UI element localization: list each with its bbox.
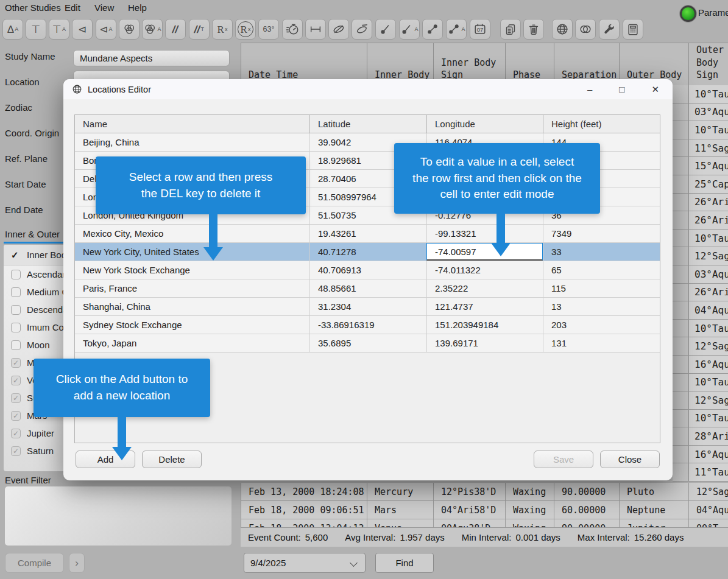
find-button[interactable]: Find xyxy=(375,553,434,573)
pointer-a-icon-button[interactable]: ⊲A xyxy=(96,19,116,40)
link-dots-a-icon-button[interactable]: A xyxy=(446,19,467,40)
wrench-icon-button[interactable] xyxy=(599,19,620,40)
column-header-height-feet-[interactable]: Height (feet) xyxy=(543,115,660,133)
checklist-item-inner-bod[interactable]: ✓Inner Bod xyxy=(4,245,63,265)
location-cell[interactable]: Mexico City, Mexico xyxy=(75,225,309,242)
location-cell[interactable]: Tokyo, Japan xyxy=(75,334,309,352)
location-cell[interactable]: 121.4737 xyxy=(426,298,543,315)
location-cell[interactable]: 35.6895 xyxy=(309,334,426,352)
location-cell[interactable]: 2.35222 xyxy=(426,279,543,297)
location-cell[interactable]: -74.011322 xyxy=(426,261,543,279)
save-button[interactable]: Save xyxy=(534,451,593,468)
checkbox-icon[interactable] xyxy=(11,287,21,297)
column-header-name[interactable]: Name xyxy=(75,115,309,133)
location-cell[interactable]: -33.86916319 xyxy=(309,316,426,334)
checkbox-icon[interactable] xyxy=(11,305,21,315)
location-cell[interactable]: 7349 xyxy=(543,225,660,242)
angle-63-icon-button[interactable]: 63° xyxy=(258,19,279,40)
parallel-t-icon-button[interactable]: //T xyxy=(189,19,210,40)
venn-circles-icon-button[interactable] xyxy=(119,19,140,40)
study-name-input[interactable]: Mundane Aspects xyxy=(73,50,230,66)
calendar-07-icon-button[interactable]: 07 xyxy=(470,19,490,40)
checklist-item-jupiter[interactable]: ✓Jupiter xyxy=(4,424,63,442)
venn-circles-a-icon-button[interactable]: A xyxy=(142,19,163,40)
pin-a-icon-button[interactable]: A xyxy=(399,19,420,40)
checkbox-checked-icon[interactable]: ✓ xyxy=(11,376,21,385)
location-row[interactable]: Shanghai, China31.2304121.473713 xyxy=(75,298,660,316)
maximize-button[interactable]: □ xyxy=(619,85,624,94)
location-cell[interactable]: 33 xyxy=(543,243,660,261)
pointer-icon-button[interactable]: ⊲ xyxy=(72,19,93,40)
close-window-button[interactable]: ✕ xyxy=(651,85,659,94)
location-cell[interactable]: Sydney Stock Exchange xyxy=(75,316,309,334)
location-cell[interactable]: Shanghai, China xyxy=(75,298,309,315)
calculator-icon-button[interactable] xyxy=(623,19,643,40)
checkbox-icon[interactable] xyxy=(11,340,21,350)
checklist-item-imum-co[interactable]: Imum Co xyxy=(4,318,63,336)
delete-button[interactable]: Delete xyxy=(142,451,202,468)
event-filter-textarea[interactable] xyxy=(5,486,231,546)
checklist-item-ascendan[interactable]: Ascendan xyxy=(4,265,63,283)
location-cell[interactable]: 40.706913 xyxy=(309,261,426,279)
location-cell[interactable]: 48.85661 xyxy=(309,279,426,297)
location-cell[interactable]: -99.13321 xyxy=(426,225,543,242)
editing-cell-input[interactable]: -74.00597 xyxy=(426,243,543,261)
events-row[interactable]: Feb 13, 2000 18:24:08Mercury12°Pis38'DWa… xyxy=(241,483,728,501)
location-cell[interactable]: 13 xyxy=(543,298,660,315)
menu-view[interactable]: View xyxy=(94,2,114,13)
location-cell[interactable]: New York Stock Exchange xyxy=(75,261,309,279)
minimize-button[interactable]: – xyxy=(587,85,592,94)
compile-button[interactable]: Compile xyxy=(5,553,64,573)
pin-icon-button[interactable] xyxy=(375,19,396,40)
orbit-ellipse-line-icon-button[interactable] xyxy=(352,19,372,40)
location-cell[interactable]: 151.203949184 xyxy=(426,316,543,334)
checkbox-checked-icon[interactable]: ✓ xyxy=(11,446,21,456)
column-header-latitude[interactable]: Latitude xyxy=(309,115,426,133)
compile-expand-button[interactable]: › xyxy=(69,553,85,573)
location-row[interactable]: Paris, France48.856612.35222115 xyxy=(75,279,660,298)
orbit-ellipse-icon-button[interactable] xyxy=(328,19,349,40)
location-cell[interactable]: Paris, France xyxy=(75,279,309,297)
location-cell[interactable]: 139.69171 xyxy=(426,334,543,352)
location-cell[interactable]: 40.71278 xyxy=(309,243,426,261)
checkbox-icon[interactable] xyxy=(11,270,21,279)
checkbox-checked-icon[interactable]: ✓ xyxy=(11,429,21,438)
link-dots-icon-button[interactable] xyxy=(422,19,443,40)
rings-icon-button[interactable] xyxy=(575,19,596,40)
distance-icon-button[interactable] xyxy=(305,19,326,40)
location-row[interactable]: Tokyo, Japan35.6895139.69171131 xyxy=(75,334,660,353)
location-cell[interactable]: 203 xyxy=(543,316,660,334)
location-row[interactable]: Mexico City, Mexico19.43261-99.133217349 xyxy=(75,225,660,243)
globe-icon-button[interactable] xyxy=(552,19,573,40)
events-row[interactable]: Feb 18, 2000 13:04:13Venus00Aqu38'DWaxin… xyxy=(241,519,728,527)
location-row[interactable]: New York City, United States40.71278-74.… xyxy=(75,243,660,261)
trash-icon-button[interactable] xyxy=(523,19,544,40)
tab-inner-outer[interactable]: Inner & Outer xyxy=(5,229,60,239)
parallel-icon-button[interactable]: // xyxy=(165,19,186,40)
location-row[interactable]: New York Stock Exchange40.706913-74.0113… xyxy=(75,261,660,279)
location-cell[interactable]: New York City, United States xyxy=(75,243,309,261)
copy-icon-button[interactable] xyxy=(500,19,521,40)
events-row[interactable]: Feb 18, 2000 09:06:51Mars04°Ari58'DWaxin… xyxy=(241,501,728,519)
location-cell[interactable]: 131 xyxy=(543,334,660,352)
checklist-item-descenda[interactable]: Descenda xyxy=(4,301,63,318)
stopwatch-icon-button[interactable] xyxy=(282,19,303,40)
dialog-titlebar[interactable]: Locations Editor – □ ✕ xyxy=(63,79,673,99)
checkbox-icon[interactable] xyxy=(11,323,21,332)
location-cell[interactable]: Beijing, China xyxy=(75,133,309,151)
location-row[interactable]: Sydney Stock Exchange-33.86916319151.203… xyxy=(75,316,660,334)
rx-circled-icon-button[interactable]: Rx xyxy=(235,19,256,40)
menu-help[interactable]: Help xyxy=(128,2,147,13)
column-header-longitude[interactable]: Longitude xyxy=(426,115,543,133)
checklist-item-moon[interactable]: Moon xyxy=(4,336,63,354)
checklist-item-saturn[interactable]: ✓Saturn xyxy=(4,442,63,460)
checkbox-checked-icon[interactable]: ✓ xyxy=(11,358,21,368)
menu-other-studies[interactable]: Other Studies xyxy=(5,2,61,13)
close-button[interactable]: Close xyxy=(600,451,660,468)
location-cell[interactable]: 31.2304 xyxy=(309,298,426,315)
date-combobox[interactable]: 9/4/2025 xyxy=(244,553,366,573)
location-cell[interactable]: 19.43261 xyxy=(309,225,426,242)
checkbox-checked-icon[interactable]: ✓ xyxy=(11,411,21,421)
t-square-icon-button[interactable]: ⊤ xyxy=(26,19,46,40)
checkbox-checked-icon[interactable]: ✓ xyxy=(11,393,21,403)
